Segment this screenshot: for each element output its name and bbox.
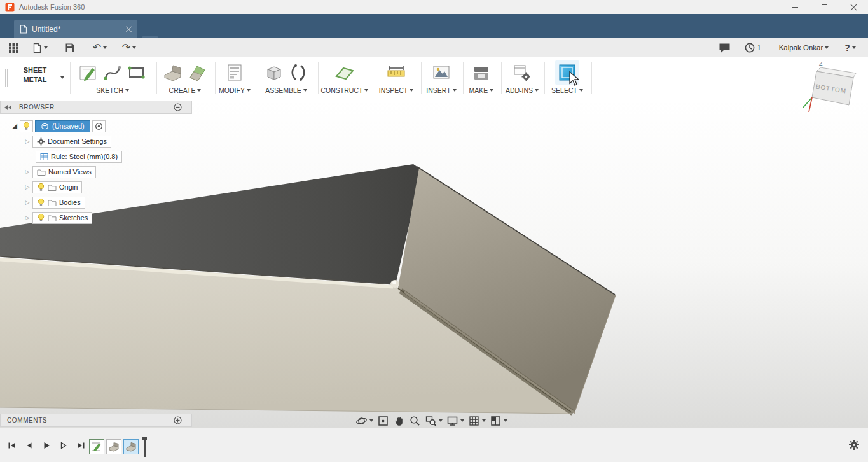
group-label-inspect[interactable]: INSPECT — [373, 87, 420, 94]
flange-button[interactable] — [161, 60, 185, 85]
timeline-settings-button[interactable] — [848, 439, 860, 453]
group-label-create[interactable]: CREATE — [156, 87, 214, 94]
tree-item-chip[interactable]: Sketches — [32, 212, 92, 224]
expand-arrow-icon[interactable]: ▷ — [24, 169, 31, 175]
timeline-position-marker[interactable] — [142, 437, 148, 457]
group-label-addins[interactable]: ADD-INS — [501, 87, 543, 94]
pan-button[interactable] — [391, 413, 407, 428]
tree-item-chip[interactable]: Rule: Steel (mm)(0.8) — [36, 151, 122, 163]
group-label-select[interactable]: SELECT — [544, 87, 590, 94]
collapse-panel-icon[interactable] — [4, 105, 11, 110]
display-settings-icon — [446, 415, 458, 427]
sheet-metal-part[interactable] — [0, 99, 868, 462]
make-button[interactable] — [469, 60, 493, 85]
help-icon: ? — [844, 43, 850, 53]
modify-tool-button[interactable] — [223, 60, 247, 85]
activate-radio[interactable] — [92, 120, 106, 132]
group-label-insert[interactable]: INSERT — [421, 87, 462, 94]
joint-button[interactable] — [286, 60, 310, 85]
group-label-make[interactable]: MAKE — [463, 87, 500, 94]
browser-item-rule[interactable]: Rule: Steel (mm)(0.8) — [36, 150, 122, 163]
go-to-end-button[interactable] — [72, 437, 88, 454]
expand-arrow-icon[interactable]: ◢ — [11, 123, 18, 129]
grid-snaps-button[interactable] — [466, 413, 488, 428]
timeline-sketch-feature[interactable] — [89, 439, 104, 454]
tab-close-icon[interactable] — [125, 26, 132, 32]
tree-item-chip[interactable]: Bodies — [32, 197, 85, 209]
expand-panel-icon[interactable] — [174, 416, 182, 424]
zoom-button[interactable] — [407, 413, 423, 428]
clock-icon — [745, 43, 755, 53]
dropdown-caret-icon — [44, 46, 48, 49]
browser-panel-header[interactable]: BROWSER — [0, 101, 192, 114]
close-button[interactable] — [839, 0, 868, 14]
file-menu-button[interactable] — [29, 38, 51, 57]
dropdown-caret-icon — [482, 419, 486, 422]
display-settings-button[interactable] — [444, 413, 466, 428]
model-viewport[interactable] — [0, 99, 868, 462]
tree-item-chip[interactable]: Origin — [32, 181, 82, 193]
comments-panel-header[interactable]: COMMENTS — [0, 414, 192, 427]
tree-item-chip[interactable]: Document Settings — [32, 136, 111, 148]
group-label-sketch[interactable]: SKETCH — [71, 87, 154, 94]
panel-drag-grip[interactable] — [186, 417, 188, 424]
visibility-toggle[interactable] — [20, 120, 33, 132]
dropdown-caret-icon — [103, 46, 107, 49]
panel-drag-grip[interactable] — [186, 104, 188, 111]
browser-item-bodies[interactable]: ▷ Bodies — [24, 196, 85, 209]
comments-button[interactable] — [715, 38, 734, 57]
measure-button[interactable] — [384, 60, 408, 85]
zoom-window-button[interactable] — [423, 413, 444, 428]
insert-canvas-button[interactable] — [429, 60, 453, 85]
expand-arrow-icon[interactable]: ▷ — [24, 215, 31, 221]
document-tab[interactable]: Untitled* — [14, 20, 137, 38]
redo-button[interactable]: ↷ — [118, 38, 140, 57]
look-at-button[interactable] — [375, 413, 391, 428]
expand-arrow-icon[interactable]: ▷ — [24, 185, 31, 190]
toolbar-grip[interactable] — [5, 69, 8, 87]
ribbon-group-addins: ADD-INS — [501, 60, 543, 94]
orbit-button[interactable] — [354, 413, 375, 428]
tree-item-chip[interactable]: Named Views — [32, 166, 96, 178]
browser-item-named-views[interactable]: ▷ Named Views — [24, 165, 96, 178]
timeline-flange-feature[interactable] — [106, 439, 121, 454]
group-label-construct[interactable]: CONSTRUCT — [318, 87, 371, 94]
data-panel-button[interactable] — [5, 38, 22, 57]
group-label-assemble[interactable]: ASSEMBLE — [256, 87, 317, 94]
create-sketch-button[interactable] — [76, 60, 100, 85]
viewcube[interactable]: BOTTOM Z — [795, 55, 868, 122]
rectangle-tool-button[interactable] — [125, 60, 149, 85]
viewports-button[interactable] — [488, 413, 509, 428]
new-component-button[interactable] — [262, 60, 286, 85]
convert-tool-button[interactable] — [185, 60, 209, 85]
scripts-addins-button[interactable] — [510, 60, 534, 85]
browser-item-origin[interactable]: ▷ Origin — [24, 181, 82, 193]
step-back-button[interactable] — [21, 437, 37, 454]
group-label-modify[interactable]: MODIFY — [215, 87, 254, 94]
workspace-selector[interactable]: SHEET METAL — [14, 66, 56, 85]
step-forward-button[interactable] — [55, 437, 71, 454]
comments-title: COMMENTS — [7, 417, 47, 424]
flange-icon — [162, 62, 184, 83]
expand-arrow-icon[interactable]: ▷ — [24, 200, 31, 206]
maximize-button[interactable] — [809, 0, 839, 14]
play-button[interactable] — [38, 437, 54, 454]
spline-tool-button[interactable] — [100, 60, 125, 85]
save-icon — [65, 43, 75, 53]
save-button[interactable] — [61, 38, 79, 57]
root-document-item[interactable]: (Unsaved) — [35, 120, 90, 132]
ribbon-toolbar: SHEET METAL SKETCH CREATE MODIFY — [0, 57, 868, 99]
timeline-flange-feature-selected[interactable] — [123, 439, 139, 454]
construction-plane-button[interactable] — [333, 60, 357, 85]
orbit-icon — [355, 415, 368, 427]
go-to-start-button[interactable] — [4, 437, 20, 454]
browser-item-document-settings[interactable]: ▷ Document Settings — [24, 135, 111, 148]
undo-button[interactable]: ↶ — [89, 38, 111, 57]
minimize-panel-icon[interactable] — [174, 103, 182, 111]
job-status-button[interactable]: 1 — [740, 38, 766, 57]
job-count: 1 — [757, 44, 761, 52]
minimize-button[interactable] — [780, 0, 809, 14]
browser-item-sketches[interactable]: ▷ Sketches — [24, 211, 92, 224]
browser-root-row[interactable]: ◢ (Unsaved) — [11, 120, 106, 132]
expand-arrow-icon[interactable]: ▷ — [24, 139, 31, 144]
